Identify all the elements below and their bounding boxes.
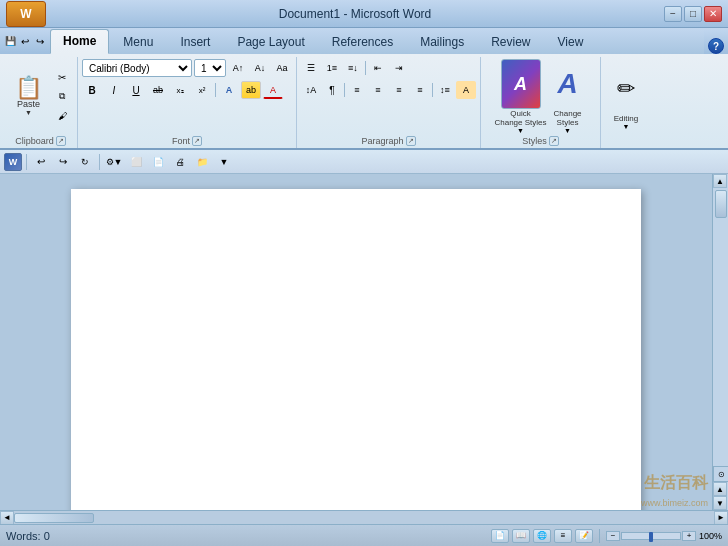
paste-button[interactable]: 📋 Paste ▼	[8, 72, 49, 121]
print-layout-button[interactable]: 📄	[491, 529, 509, 543]
highlight-button[interactable]: ab	[241, 81, 261, 99]
tab-menu[interactable]: Menu	[110, 30, 166, 54]
align-right-button[interactable]: ≡	[389, 81, 409, 99]
office-button[interactable]: W	[6, 1, 46, 27]
repeat-button[interactable]: ↻	[75, 153, 95, 171]
outline-button[interactable]: ≡	[554, 529, 572, 543]
customize-button[interactable]: ⚙▼	[104, 153, 124, 171]
underline-button[interactable]: U	[126, 81, 146, 99]
h-scroll-track[interactable]	[14, 511, 714, 525]
align-center-button[interactable]: ≡	[368, 81, 388, 99]
tb-btn-1[interactable]: ⬜	[126, 153, 146, 171]
h-scroll-thumb[interactable]	[14, 513, 94, 523]
next-page-button[interactable]: ▼	[713, 496, 727, 510]
strikethrough-button[interactable]: ab	[148, 81, 168, 99]
format-painter-button[interactable]: 🖌	[51, 107, 73, 125]
pilcrow-button[interactable]: ¶	[322, 81, 342, 99]
clear-format-button[interactable]: Aa	[272, 59, 292, 77]
cut-button[interactable]: ✂	[51, 69, 73, 87]
prev-page-button[interactable]: ▲	[713, 482, 727, 496]
qa-undo-button[interactable]: ↩	[19, 32, 32, 50]
para-sep1	[365, 61, 366, 75]
align-left-button[interactable]: ≡	[347, 81, 367, 99]
tab-home[interactable]: Home	[50, 29, 109, 54]
font-color-button[interactable]: A	[263, 81, 283, 99]
vertical-scrollbar[interactable]: ▲ ⊙ ▲ ▼	[712, 174, 728, 510]
scroll-thumb[interactable]	[715, 190, 727, 218]
change-styles-button[interactable]: A ChangeStyles ▼	[549, 59, 587, 134]
document-scroll-area[interactable]	[0, 174, 712, 510]
bold-button[interactable]: B	[82, 81, 102, 99]
full-reading-button[interactable]: 📖	[512, 529, 530, 543]
web-layout-button[interactable]: 🌐	[533, 529, 551, 543]
text-effects-button[interactable]: A	[219, 81, 239, 99]
multilevel-button[interactable]: ≡↓	[343, 59, 363, 77]
zoom-in-button[interactable]: +	[682, 531, 696, 541]
undo-button[interactable]: ↩	[31, 153, 51, 171]
shading-button[interactable]: A	[456, 81, 476, 99]
maximize-button[interactable]: □	[684, 6, 702, 22]
format-painter-icon: 🖌	[58, 111, 67, 121]
italic-button[interactable]: I	[104, 81, 124, 99]
tab-references[interactable]: References	[319, 30, 406, 54]
paste-label: Paste	[17, 99, 40, 109]
paragraph-label: Paragraph ↗	[361, 136, 415, 146]
zoom-level: 100%	[699, 531, 722, 541]
scroll-top-button[interactable]: ▲	[713, 174, 727, 188]
status-sep	[599, 529, 600, 543]
clipboard-expand[interactable]: ↗	[56, 136, 66, 146]
tb-btn-5[interactable]: ▼	[214, 153, 234, 171]
document-page[interactable]	[71, 189, 641, 510]
font-expand[interactable]: ↗	[192, 136, 202, 146]
shrink-font-button[interactable]: A↓	[250, 59, 270, 77]
words-count: Words: 0	[6, 530, 50, 542]
tab-insert[interactable]: Insert	[167, 30, 223, 54]
minimize-button[interactable]: −	[664, 6, 682, 22]
paragraph-expand[interactable]: ↗	[406, 136, 416, 146]
qa-save-button[interactable]: 💾	[4, 32, 17, 50]
quick-styles-dropdown: ▼	[517, 127, 524, 134]
editing-content: ✏ Editing ▼	[608, 59, 644, 134]
scroll-right-button[interactable]: ►	[714, 511, 728, 525]
editing-button[interactable]: ✏ Editing ▼	[608, 64, 644, 130]
tab-view[interactable]: View	[545, 30, 597, 54]
sort-button[interactable]: ↕A	[301, 81, 321, 99]
grow-font-button[interactable]: A↑	[228, 59, 248, 77]
para-sep2	[344, 83, 345, 97]
increase-indent-button[interactable]: ⇥	[389, 59, 409, 77]
zoom-out-button[interactable]: −	[606, 531, 620, 541]
redo-button[interactable]: ↪	[53, 153, 73, 171]
paragraph-group: ☰ 1≡ ≡↓ ⇤ ⇥ ↕A ¶ ≡ ≡ ≡ ≡	[297, 57, 481, 148]
select-browse-object-button[interactable]: ⊙	[713, 466, 728, 482]
styles-label: Styles ↗	[522, 136, 559, 146]
scroll-track[interactable]	[713, 188, 728, 466]
subscript-button[interactable]: x₂	[170, 81, 190, 99]
tb-btn-3[interactable]: 🖨	[170, 153, 190, 171]
tab-review[interactable]: Review	[478, 30, 543, 54]
line-spacing-button[interactable]: ↕≡	[435, 81, 455, 99]
close-button[interactable]: ✕	[704, 6, 722, 22]
draft-button[interactable]: 📝	[575, 529, 593, 543]
quick-styles-button[interactable]: A QuickChange Styles ▼	[494, 59, 546, 134]
font-name-select[interactable]: Calibri (Body)	[82, 59, 192, 77]
tb-btn-4[interactable]: 📁	[192, 153, 212, 171]
help-button[interactable]: ?	[708, 38, 724, 54]
tb-btn-2[interactable]: 📄	[148, 153, 168, 171]
tab-page-layout[interactable]: Page Layout	[224, 30, 317, 54]
editing-group: ✏ Editing ▼	[601, 57, 651, 148]
superscript-button[interactable]: x²	[192, 81, 212, 99]
decrease-indent-button[interactable]: ⇤	[368, 59, 388, 77]
zoom-slider[interactable]	[621, 532, 681, 540]
styles-expand[interactable]: ↗	[549, 136, 559, 146]
copy-button[interactable]: ⧉	[51, 88, 73, 106]
qa-redo-button[interactable]: ↪	[34, 32, 47, 50]
tab-mailings[interactable]: Mailings	[407, 30, 477, 54]
scroll-left-button[interactable]: ◄	[0, 511, 14, 525]
bullets-button[interactable]: ☰	[301, 59, 321, 77]
font-size-select[interactable]: 11	[194, 59, 226, 77]
justify-button[interactable]: ≡	[410, 81, 430, 99]
horizontal-scrollbar[interactable]: ◄ ►	[0, 510, 728, 524]
ribbon-body: 📋 Paste ▼ ✂ ⧉ 🖌	[0, 54, 728, 150]
numbering-button[interactable]: 1≡	[322, 59, 342, 77]
change-styles-dropdown: ▼	[564, 127, 571, 134]
